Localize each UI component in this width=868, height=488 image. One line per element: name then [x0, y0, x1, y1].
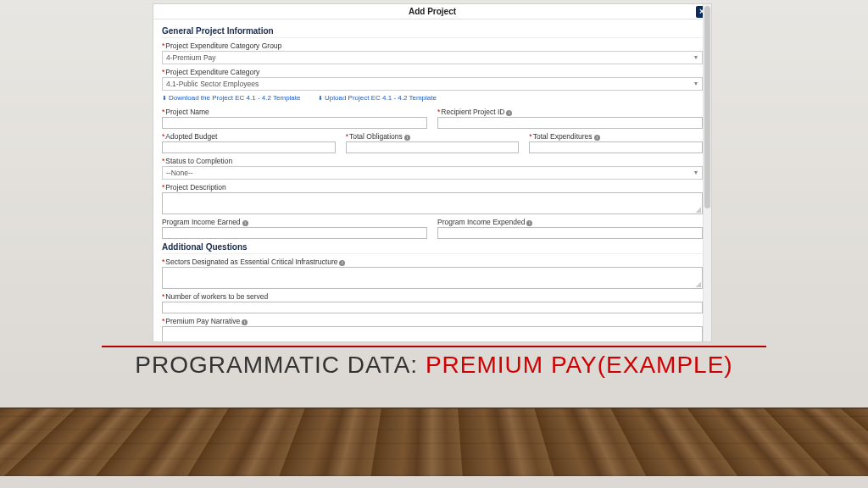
info-icon[interactable]: i: [242, 319, 248, 325]
label-income-expended: Program Income Expendedi: [437, 218, 703, 226]
input-income-earned[interactable]: [162, 227, 427, 239]
textarea-description[interactable]: [162, 192, 703, 214]
label-total-expenditures: *Total Expendituresi: [529, 132, 703, 141]
label-status: *Status to Completion: [162, 157, 703, 165]
label-sectors: *Sectors Designated as Essential Critica…: [162, 258, 703, 266]
scrollbar[interactable]: [703, 4, 711, 341]
title-red: PREMIUM PAY(EXAMPLE): [426, 352, 733, 378]
textarea-narrative[interactable]: [162, 326, 703, 342]
input-total-obligations[interactable]: [346, 141, 520, 153]
label-cat-group: *Project Expenditure Category Group: [162, 42, 703, 50]
select-cat[interactable]: 4.1-Public Sector Employees: [162, 77, 703, 91]
textarea-sectors[interactable]: [162, 267, 703, 289]
title-divider: [102, 346, 766, 347]
label-project-name: *Project Name: [162, 108, 427, 116]
select-cat-group[interactable]: 4-Premium Pay: [162, 51, 703, 64]
upload-template-link[interactable]: Upload Project EC 4.1 - 4.2 Template: [318, 94, 437, 102]
select-status[interactable]: --None--: [162, 166, 703, 180]
section-additional: Additional Questions: [162, 239, 703, 254]
label-adopted-budget: *Adopted Budget: [162, 132, 336, 141]
section-general: General Project Information: [162, 23, 703, 38]
info-icon[interactable]: i: [594, 135, 600, 141]
info-icon[interactable]: i: [404, 135, 410, 141]
label-workers: *Number of workers to be served: [162, 292, 703, 301]
info-icon[interactable]: i: [339, 260, 345, 266]
input-adopted-budget[interactable]: [162, 141, 336, 153]
input-income-expended[interactable]: [437, 227, 703, 239]
title-black: PROGRAMMATIC DATA:: [135, 352, 426, 378]
label-description: *Project Description: [162, 183, 703, 191]
label-recipient-id: *Recipient Project IDi: [437, 108, 703, 116]
input-recipient-id[interactable]: [437, 117, 703, 129]
input-project-name[interactable]: [162, 117, 427, 129]
modal-header: Add Project ×: [153, 4, 711, 19]
label-narrative: *Premium Pay Narrativei: [162, 317, 703, 325]
form-screenshot: Add Project × General Project Informatio…: [153, 3, 712, 342]
info-icon[interactable]: i: [526, 220, 532, 226]
label-income-earned: Program Income Earnedi: [162, 218, 427, 226]
floor-decoration: [0, 408, 868, 476]
info-icon[interactable]: i: [506, 110, 512, 116]
modal-title: Add Project: [409, 7, 456, 16]
input-workers[interactable]: [162, 302, 703, 313]
input-total-expenditures[interactable]: [529, 141, 703, 153]
label-total-obligations: *Total Obligationsi: [346, 132, 520, 141]
scrollbar-thumb[interactable]: [704, 6, 710, 208]
label-cat: *Project Expenditure Category: [162, 68, 703, 76]
info-icon[interactable]: i: [242, 220, 248, 226]
slide-title: PROGRAMMATIC DATA: PREMIUM PAY(EXAMPLE): [0, 352, 868, 379]
download-template-link[interactable]: Download the Project EC 4.1 - 4.2 Templa…: [162, 94, 301, 102]
